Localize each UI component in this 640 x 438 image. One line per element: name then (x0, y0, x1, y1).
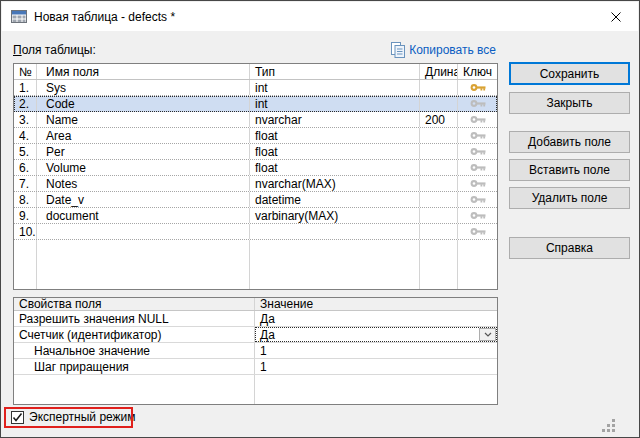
field-type-cell[interactable]: nvarchar (250, 112, 420, 127)
table-row[interactable]: 2. Code int (14, 96, 497, 112)
chevron-down-icon (484, 332, 492, 337)
property-value[interactable]: Да (255, 311, 497, 326)
row-num: 7. (14, 176, 37, 191)
field-length-cell[interactable] (420, 208, 458, 223)
close-icon (611, 12, 621, 22)
key-icon[interactable] (458, 128, 497, 143)
field-length-cell[interactable] (420, 192, 458, 207)
copy-icon (391, 42, 405, 58)
key-icon[interactable] (458, 112, 497, 127)
expert-mode-checkbox[interactable] (11, 411, 24, 424)
key-icon[interactable] (458, 208, 497, 223)
key-icon[interactable] (458, 96, 497, 111)
field-type-cell[interactable]: int (250, 96, 420, 111)
properties-header: Свойства поля Значение (14, 298, 497, 311)
property-row[interactable]: Начальное значение 1 (14, 343, 497, 359)
table-row[interactable]: 5. Per float (14, 144, 497, 160)
add-field-button[interactable]: Добавить поле (509, 131, 630, 153)
table-empty-area (14, 240, 497, 289)
property-label: Шаг приращения (14, 359, 255, 374)
field-length-cell[interactable] (420, 160, 458, 175)
property-value[interactable]: 1 (255, 343, 497, 358)
table-row[interactable]: 7. Notes nvarchar(MAX) (14, 176, 497, 192)
field-length-cell[interactable] (420, 80, 458, 95)
field-name-cell[interactable]: Per (37, 144, 250, 159)
dropdown-button[interactable] (479, 328, 496, 341)
field-name-cell[interactable]: document (37, 208, 250, 223)
table-row[interactable]: 1. Sys int (14, 80, 497, 96)
save-button[interactable]: Сохранить (509, 62, 630, 85)
field-type-cell[interactable]: datetime (250, 192, 420, 207)
col-header-length[interactable]: Длина (420, 64, 458, 79)
resize-grip[interactable] (602, 419, 616, 433)
properties-col-value: Значение (255, 298, 497, 310)
table-app-icon (11, 10, 27, 23)
fields-section-label: Поля таблицы: (13, 43, 96, 57)
field-length-cell[interactable] (420, 224, 458, 239)
row-num: 1. (14, 80, 37, 95)
checkmark-icon (12, 412, 23, 423)
field-type-cell[interactable]: float (250, 160, 420, 175)
property-row[interactable]: Счетчик (идентификатор) Да (14, 327, 497, 343)
field-name-cell[interactable] (37, 224, 250, 239)
field-type-cell[interactable]: int (250, 80, 420, 95)
field-name-cell[interactable]: Name (37, 112, 250, 127)
expert-mode-label[interactable]: Экспертный режим (29, 411, 136, 424)
field-length-cell[interactable]: 200 (420, 112, 458, 127)
field-type-cell[interactable]: float (250, 128, 420, 143)
property-value[interactable]: 1 (255, 359, 497, 374)
field-name-cell[interactable]: Notes (37, 176, 250, 191)
key-icon[interactable] (458, 224, 497, 239)
col-header-key[interactable]: Ключ (458, 64, 497, 79)
table-row[interactable]: 4. Area float (14, 128, 497, 144)
table-row[interactable]: 8. Date_v datetime (14, 192, 497, 208)
copy-all-link[interactable]: Копировать все (391, 42, 496, 58)
property-row[interactable]: Разрешить значения NULL Да (14, 311, 497, 327)
field-name-cell[interactable]: Date_v (37, 192, 250, 207)
col-header-name[interactable]: Имя поля (37, 64, 250, 79)
key-icon[interactable] (458, 144, 497, 159)
field-name-cell[interactable]: Code (37, 96, 250, 111)
property-value[interactable]: Да (255, 327, 497, 342)
table-row[interactable]: 9. document varbinary(MAX) (14, 208, 497, 224)
key-icon[interactable] (458, 160, 497, 175)
field-type-cell[interactable]: varbinary(MAX) (250, 208, 420, 223)
row-num: 5. (14, 144, 37, 159)
row-num: 9. (14, 208, 37, 223)
property-label: Счетчик (идентификатор) (14, 327, 255, 342)
field-name-cell[interactable]: Area (37, 128, 250, 143)
field-length-cell[interactable] (420, 128, 458, 143)
table-row[interactable]: 6. Volume float (14, 160, 497, 176)
field-name-cell[interactable]: Sys (37, 80, 250, 95)
field-length-cell[interactable] (420, 176, 458, 191)
help-button[interactable]: Справка (509, 237, 630, 259)
property-row[interactable]: Шаг приращения 1 (14, 359, 497, 375)
field-properties-grid: Свойства поля Значение Разрешить значени… (13, 297, 498, 405)
row-num: 4. (14, 128, 37, 143)
col-header-num[interactable]: № (14, 64, 37, 79)
key-icon[interactable] (458, 192, 497, 207)
row-num: 8. (14, 192, 37, 207)
property-value-text: Да (260, 328, 275, 342)
row-num: 2. (14, 96, 37, 111)
table-row[interactable]: 3. Name nvarchar 200 (14, 112, 497, 128)
key-icon[interactable] (458, 80, 497, 95)
property-label: Разрешить значения NULL (14, 311, 255, 326)
field-name-cell[interactable]: Volume (37, 160, 250, 175)
field-type-cell[interactable] (250, 224, 420, 239)
insert-field-button[interactable]: Вставить поле (509, 159, 630, 181)
field-length-cell[interactable] (420, 144, 458, 159)
field-length-cell[interactable] (420, 96, 458, 111)
close-dialog-button[interactable]: Закрыть (509, 92, 630, 114)
row-num: 10. (14, 224, 37, 239)
row-num: 3. (14, 112, 37, 127)
delete-field-button[interactable]: Удалить поле (509, 187, 630, 209)
key-icon[interactable] (458, 176, 497, 191)
properties-col-name: Свойства поля (14, 298, 255, 310)
col-header-type[interactable]: Тип (250, 64, 420, 79)
table-row[interactable]: 10. (14, 224, 497, 240)
title-bar[interactable]: Новая таблица - defects * (2, 2, 638, 31)
field-type-cell[interactable]: float (250, 144, 420, 159)
close-button[interactable] (593, 2, 638, 31)
field-type-cell[interactable]: nvarchar(MAX) (250, 176, 420, 191)
